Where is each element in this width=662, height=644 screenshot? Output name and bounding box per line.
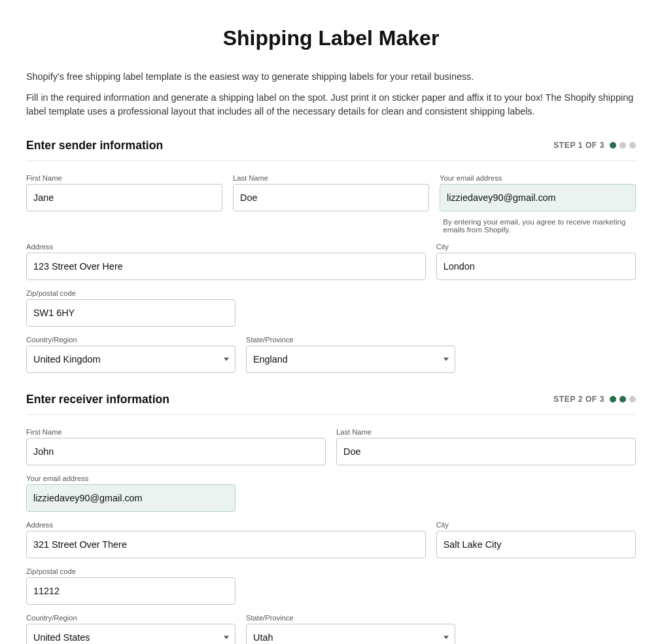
receiver-dot-3: [629, 396, 636, 402]
receiver-first-name-field: First Name: [26, 428, 326, 465]
sender-name-row: First Name Last Name Your email address: [26, 174, 636, 211]
page-title: Shipping Label Maker: [26, 26, 636, 50]
sender-last-name-label: Last Name: [233, 174, 429, 182]
receiver-zip-label: Zip/postal code: [26, 567, 235, 575]
receiver-city-label: City: [436, 521, 636, 529]
sender-email-label: Your email address: [440, 174, 636, 182]
sender-address-input[interactable]: [26, 253, 426, 280]
receiver-address-label: Address: [26, 521, 426, 529]
sender-email-note: By entering your email, you agree to rec…: [443, 218, 636, 234]
receiver-address-field: Address: [26, 521, 426, 558]
sender-step-dots: [610, 142, 636, 149]
sender-city-input[interactable]: [436, 253, 636, 280]
sender-zip-input[interactable]: [26, 299, 235, 327]
sender-address-row: Address City: [26, 243, 636, 280]
sender-country-field: Country/Region United Kingdom United Sta…: [26, 336, 235, 373]
sender-city-label: City: [436, 243, 636, 251]
receiver-zip-field: Zip/postal code: [26, 567, 235, 605]
sender-section-header: Enter sender information STEP 1 OF 3: [26, 139, 636, 152]
sender-zip-label: Zip/postal code: [26, 289, 235, 297]
sender-email-field: Your email address: [440, 174, 636, 211]
receiver-heading: Enter receiver information: [26, 393, 169, 406]
receiver-email-label: Your email address: [26, 474, 235, 482]
receiver-last-name-label: Last Name: [336, 428, 636, 436]
receiver-city-field: City: [436, 521, 636, 558]
receiver-first-name-input[interactable]: [26, 438, 326, 465]
sender-country-select[interactable]: United Kingdom United States Canada Aust…: [26, 346, 235, 373]
receiver-divider: [26, 414, 636, 415]
sender-dot-3: [629, 142, 636, 149]
sender-last-name-field: Last Name: [233, 174, 429, 211]
receiver-email-field: Your email address: [26, 474, 235, 512]
receiver-zip-input[interactable]: [26, 577, 235, 605]
sender-last-name-input[interactable]: [233, 184, 429, 211]
receiver-state-field: State/Province Utah California New York …: [246, 614, 455, 644]
sender-first-name-input[interactable]: [26, 184, 222, 211]
description-1: Shopify's free shipping label template i…: [26, 70, 636, 84]
receiver-dot-1: [610, 396, 616, 402]
receiver-name-row: First Name Last Name: [26, 428, 636, 465]
receiver-zip-row: Zip/postal code: [26, 567, 636, 605]
receiver-section-header: Enter receiver information STEP 2 OF 3: [26, 393, 636, 406]
description-2: Fill in the required information and gen…: [26, 91, 636, 119]
receiver-step-indicator: STEP 2 OF 3: [553, 395, 636, 404]
receiver-country-field: Country/Region United States United King…: [26, 614, 235, 644]
sender-divider: [26, 160, 636, 161]
receiver-email-row: Your email address: [26, 474, 636, 512]
receiver-state-label: State/Province: [246, 614, 455, 622]
sender-country-select-wrapper: United Kingdom United States Canada Aust…: [26, 346, 235, 373]
receiver-city-input[interactable]: [436, 531, 636, 558]
receiver-location-row: Country/Region United States United King…: [26, 614, 636, 644]
receiver-state-select-wrapper: Utah California New York Texas: [246, 624, 455, 644]
sender-state-label: State/Province: [246, 336, 455, 344]
receiver-state-select[interactable]: Utah California New York Texas: [246, 624, 455, 644]
sender-address-field: Address: [26, 243, 426, 280]
sender-first-name-field: First Name: [26, 174, 222, 211]
sender-city-field: City: [436, 243, 636, 280]
receiver-address-row: Address City: [26, 521, 636, 558]
receiver-last-name-input[interactable]: [336, 438, 636, 465]
sender-state-select-wrapper: England Scotland Wales: [246, 346, 455, 373]
receiver-last-name-field: Last Name: [336, 428, 636, 465]
receiver-section: Enter receiver information STEP 2 OF 3 F…: [26, 393, 636, 644]
sender-step-indicator: STEP 1 OF 3: [553, 141, 636, 150]
sender-address-label: Address: [26, 243, 426, 251]
sender-step-label: STEP 1 OF 3: [553, 141, 604, 150]
receiver-country-select-wrapper: United States United Kingdom Canada Aust…: [26, 624, 235, 644]
sender-country-label: Country/Region: [26, 336, 235, 344]
sender-section: Enter sender information STEP 1 OF 3 Fir…: [26, 139, 636, 373]
receiver-first-name-label: First Name: [26, 428, 326, 436]
sender-zip-row: Zip/postal code: [26, 289, 636, 327]
sender-heading: Enter sender information: [26, 139, 163, 152]
sender-email-input[interactable]: [440, 184, 636, 211]
sender-state-select[interactable]: England Scotland Wales: [246, 346, 455, 373]
receiver-country-select[interactable]: United States United Kingdom Canada Aust…: [26, 624, 235, 644]
receiver-email-input[interactable]: [26, 484, 235, 512]
receiver-step-dots: [610, 396, 636, 402]
receiver-address-input[interactable]: [26, 531, 426, 558]
sender-state-field: State/Province England Scotland Wales: [246, 336, 455, 373]
sender-dot-1: [610, 142, 616, 149]
sender-first-name-label: First Name: [26, 174, 222, 182]
receiver-dot-2: [619, 396, 626, 402]
sender-email-note-row: By entering your email, you agree to rec…: [26, 215, 636, 234]
receiver-country-label: Country/Region: [26, 614, 235, 622]
receiver-step-label: STEP 2 OF 3: [553, 395, 604, 404]
sender-dot-2: [619, 142, 626, 149]
sender-zip-field: Zip/postal code: [26, 289, 235, 327]
sender-location-row: Country/Region United Kingdom United Sta…: [26, 336, 636, 373]
